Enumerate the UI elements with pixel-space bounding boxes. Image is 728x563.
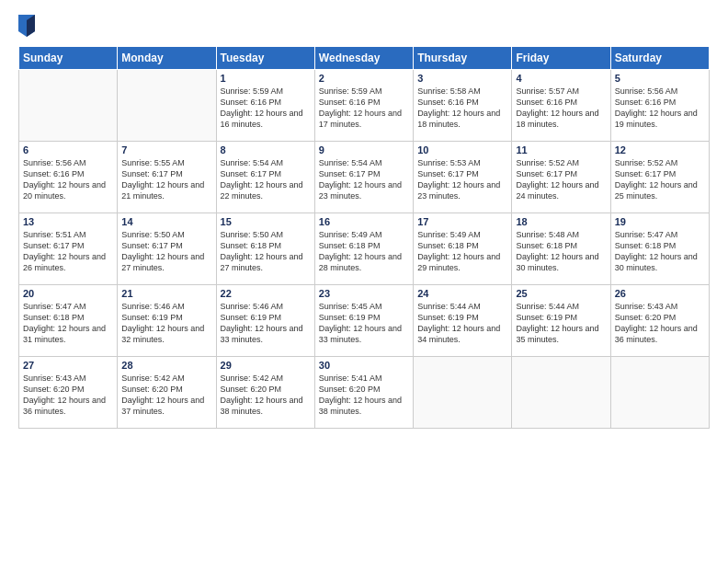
calendar-cell bbox=[118, 70, 216, 142]
day-number: 23 bbox=[319, 288, 409, 299]
weekday-header: Sunday bbox=[19, 47, 118, 70]
day-info: Sunrise: 5:46 AM Sunset: 6:19 PM Dayligh… bbox=[221, 301, 311, 346]
day-info: Sunrise: 5:58 AM Sunset: 6:16 PM Dayligh… bbox=[417, 86, 507, 131]
calendar-week-row: 13Sunrise: 5:51 AM Sunset: 6:17 PM Dayli… bbox=[19, 213, 710, 285]
calendar-cell: 15Sunrise: 5:50 AM Sunset: 6:18 PM Dayli… bbox=[216, 213, 314, 285]
day-info: Sunrise: 5:46 AM Sunset: 6:19 PM Dayligh… bbox=[121, 301, 211, 346]
day-info: Sunrise: 5:49 AM Sunset: 6:18 PM Dayligh… bbox=[319, 229, 409, 274]
day-number: 8 bbox=[221, 144, 311, 155]
day-info: Sunrise: 5:42 AM Sunset: 6:20 PM Dayligh… bbox=[121, 373, 211, 418]
day-number: 14 bbox=[121, 216, 211, 227]
day-info: Sunrise: 5:57 AM Sunset: 6:16 PM Dayligh… bbox=[516, 86, 606, 131]
day-info: Sunrise: 5:43 AM Sunset: 6:20 PM Dayligh… bbox=[23, 373, 113, 418]
day-info: Sunrise: 5:42 AM Sunset: 6:20 PM Dayligh… bbox=[221, 373, 311, 418]
day-info: Sunrise: 5:50 AM Sunset: 6:17 PM Dayligh… bbox=[121, 229, 211, 274]
day-number: 22 bbox=[221, 288, 311, 299]
day-number: 9 bbox=[319, 144, 409, 155]
calendar-cell: 10Sunrise: 5:53 AM Sunset: 6:17 PM Dayli… bbox=[414, 142, 512, 213]
calendar-cell: 25Sunrise: 5:44 AM Sunset: 6:19 PM Dayli… bbox=[512, 285, 610, 357]
day-info: Sunrise: 5:53 AM Sunset: 6:17 PM Dayligh… bbox=[417, 157, 507, 202]
day-number: 3 bbox=[417, 73, 507, 84]
logo-icon bbox=[18, 15, 35, 37]
calendar-cell bbox=[512, 357, 610, 429]
calendar-cell: 19Sunrise: 5:47 AM Sunset: 6:18 PM Dayli… bbox=[610, 213, 709, 285]
day-number: 10 bbox=[417, 144, 507, 155]
calendar-cell: 29Sunrise: 5:42 AM Sunset: 6:20 PM Dayli… bbox=[216, 357, 314, 429]
day-info: Sunrise: 5:52 AM Sunset: 6:17 PM Dayligh… bbox=[516, 157, 606, 202]
day-number: 26 bbox=[615, 288, 705, 299]
calendar-cell: 11Sunrise: 5:52 AM Sunset: 6:17 PM Dayli… bbox=[512, 142, 610, 213]
day-number: 12 bbox=[615, 144, 705, 155]
day-info: Sunrise: 5:43 AM Sunset: 6:20 PM Dayligh… bbox=[615, 301, 705, 346]
day-info: Sunrise: 5:56 AM Sunset: 6:16 PM Dayligh… bbox=[615, 86, 705, 131]
day-number: 5 bbox=[615, 73, 705, 84]
day-info: Sunrise: 5:55 AM Sunset: 6:17 PM Dayligh… bbox=[121, 157, 211, 202]
day-number: 4 bbox=[516, 73, 606, 84]
weekday-header: Tuesday bbox=[216, 47, 314, 70]
day-number: 2 bbox=[319, 73, 409, 84]
day-info: Sunrise: 5:47 AM Sunset: 6:18 PM Dayligh… bbox=[23, 301, 113, 346]
weekday-header: Thursday bbox=[414, 47, 512, 70]
calendar-cell: 1Sunrise: 5:59 AM Sunset: 6:16 PM Daylig… bbox=[216, 70, 314, 142]
calendar-cell: 2Sunrise: 5:59 AM Sunset: 6:16 PM Daylig… bbox=[314, 70, 413, 142]
day-number: 25 bbox=[516, 288, 606, 299]
calendar-cell: 26Sunrise: 5:43 AM Sunset: 6:20 PM Dayli… bbox=[610, 285, 709, 357]
day-number: 28 bbox=[121, 360, 211, 371]
calendar-week-row: 27Sunrise: 5:43 AM Sunset: 6:20 PM Dayli… bbox=[19, 357, 710, 429]
calendar-cell: 9Sunrise: 5:54 AM Sunset: 6:17 PM Daylig… bbox=[314, 142, 413, 213]
calendar-cell: 17Sunrise: 5:49 AM Sunset: 6:18 PM Dayli… bbox=[414, 213, 512, 285]
day-info: Sunrise: 5:50 AM Sunset: 6:18 PM Dayligh… bbox=[221, 229, 311, 274]
header bbox=[18, 15, 710, 37]
day-info: Sunrise: 5:44 AM Sunset: 6:19 PM Dayligh… bbox=[516, 301, 606, 346]
calendar-cell: 5Sunrise: 5:56 AM Sunset: 6:16 PM Daylig… bbox=[610, 70, 709, 142]
day-info: Sunrise: 5:52 AM Sunset: 6:17 PM Dayligh… bbox=[615, 157, 705, 202]
calendar-cell: 6Sunrise: 5:56 AM Sunset: 6:16 PM Daylig… bbox=[19, 142, 118, 213]
day-number: 24 bbox=[417, 288, 507, 299]
day-info: Sunrise: 5:59 AM Sunset: 6:16 PM Dayligh… bbox=[221, 86, 311, 131]
weekday-header-row: SundayMondayTuesdayWednesdayThursdayFrid… bbox=[19, 47, 710, 70]
day-number: 30 bbox=[319, 360, 409, 371]
calendar-cell: 22Sunrise: 5:46 AM Sunset: 6:19 PM Dayli… bbox=[216, 285, 314, 357]
calendar-cell: 27Sunrise: 5:43 AM Sunset: 6:20 PM Dayli… bbox=[19, 357, 118, 429]
weekday-header: Wednesday bbox=[314, 47, 413, 70]
day-info: Sunrise: 5:54 AM Sunset: 6:17 PM Dayligh… bbox=[221, 157, 311, 202]
day-info: Sunrise: 5:54 AM Sunset: 6:17 PM Dayligh… bbox=[319, 157, 409, 202]
day-info: Sunrise: 5:59 AM Sunset: 6:16 PM Dayligh… bbox=[319, 86, 409, 131]
calendar-cell bbox=[610, 357, 709, 429]
calendar-cell: 20Sunrise: 5:47 AM Sunset: 6:18 PM Dayli… bbox=[19, 285, 118, 357]
day-number: 16 bbox=[319, 216, 409, 227]
calendar-cell: 3Sunrise: 5:58 AM Sunset: 6:16 PM Daylig… bbox=[414, 70, 512, 142]
calendar-cell bbox=[19, 70, 118, 142]
day-number: 17 bbox=[417, 216, 507, 227]
day-number: 21 bbox=[121, 288, 211, 299]
day-info: Sunrise: 5:47 AM Sunset: 6:18 PM Dayligh… bbox=[615, 229, 705, 274]
day-info: Sunrise: 5:48 AM Sunset: 6:18 PM Dayligh… bbox=[516, 229, 606, 274]
page: SundayMondayTuesdayWednesdayThursdayFrid… bbox=[0, 0, 728, 563]
weekday-header: Saturday bbox=[610, 47, 709, 70]
calendar-cell: 30Sunrise: 5:41 AM Sunset: 6:20 PM Dayli… bbox=[314, 357, 413, 429]
calendar-cell: 8Sunrise: 5:54 AM Sunset: 6:17 PM Daylig… bbox=[216, 142, 314, 213]
logo bbox=[18, 15, 39, 37]
day-info: Sunrise: 5:45 AM Sunset: 6:19 PM Dayligh… bbox=[319, 301, 409, 346]
calendar-week-row: 20Sunrise: 5:47 AM Sunset: 6:18 PM Dayli… bbox=[19, 285, 710, 357]
calendar-cell: 16Sunrise: 5:49 AM Sunset: 6:18 PM Dayli… bbox=[314, 213, 413, 285]
day-number: 1 bbox=[221, 73, 311, 84]
day-number: 18 bbox=[516, 216, 606, 227]
calendar-table: SundayMondayTuesdayWednesdayThursdayFrid… bbox=[18, 46, 710, 429]
day-number: 29 bbox=[221, 360, 311, 371]
calendar-cell: 28Sunrise: 5:42 AM Sunset: 6:20 PM Dayli… bbox=[118, 357, 216, 429]
day-number: 7 bbox=[121, 144, 211, 155]
calendar-cell: 14Sunrise: 5:50 AM Sunset: 6:17 PM Dayli… bbox=[118, 213, 216, 285]
calendar-cell: 23Sunrise: 5:45 AM Sunset: 6:19 PM Dayli… bbox=[314, 285, 413, 357]
calendar-cell: 24Sunrise: 5:44 AM Sunset: 6:19 PM Dayli… bbox=[414, 285, 512, 357]
calendar-cell bbox=[414, 357, 512, 429]
weekday-header: Monday bbox=[118, 47, 216, 70]
day-number: 19 bbox=[615, 216, 705, 227]
calendar-cell: 4Sunrise: 5:57 AM Sunset: 6:16 PM Daylig… bbox=[512, 70, 610, 142]
calendar-cell: 18Sunrise: 5:48 AM Sunset: 6:18 PM Dayli… bbox=[512, 213, 610, 285]
calendar-cell: 12Sunrise: 5:52 AM Sunset: 6:17 PM Dayli… bbox=[610, 142, 709, 213]
day-number: 20 bbox=[23, 288, 113, 299]
day-number: 13 bbox=[23, 216, 113, 227]
calendar-week-row: 6Sunrise: 5:56 AM Sunset: 6:16 PM Daylig… bbox=[19, 142, 710, 213]
day-number: 27 bbox=[23, 360, 113, 371]
